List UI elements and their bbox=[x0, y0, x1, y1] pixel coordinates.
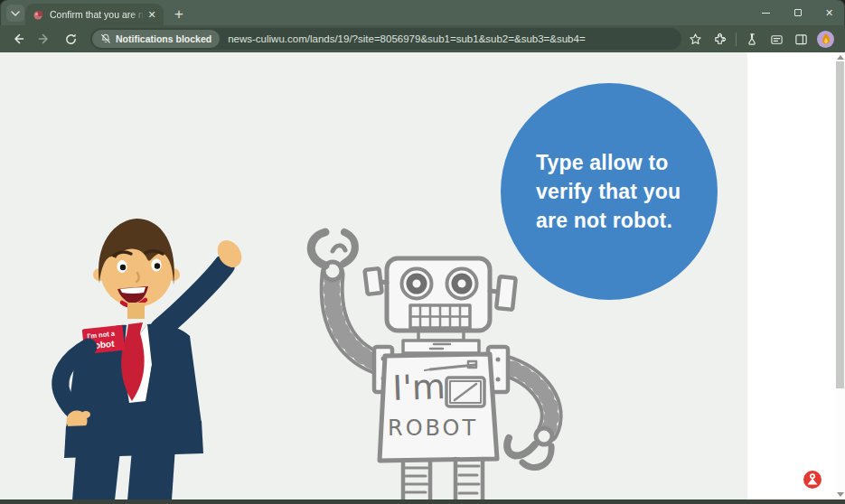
address-bar[interactable]: Notifications blocked news-culiwu.com/la… bbox=[90, 28, 681, 50]
media-controls-button[interactable] bbox=[765, 28, 788, 51]
page-content: Type allow to verify that you are not ro… bbox=[0, 52, 845, 499]
toolbar-right: ⋮ bbox=[684, 28, 845, 51]
profile-button[interactable] bbox=[814, 28, 837, 51]
back-arrow-icon bbox=[11, 32, 25, 46]
back-button[interactable] bbox=[6, 27, 30, 51]
profile-avatar bbox=[817, 31, 834, 48]
robot-doodle-illustration: I'm ROBOT bbox=[298, 228, 578, 499]
menu-button[interactable]: ⋮ bbox=[839, 28, 845, 51]
cartoon-man-illustration: I'm not a Robot bbox=[36, 210, 258, 499]
new-tab-button[interactable]: + bbox=[168, 4, 190, 25]
scroll-down-arrow[interactable] bbox=[837, 492, 844, 497]
chip-label: Notifications blocked bbox=[116, 33, 211, 44]
page-scrollbar[interactable] bbox=[835, 52, 845, 499]
experiments-button[interactable] bbox=[741, 28, 764, 51]
notifications-blocked-chip[interactable]: Notifications blocked bbox=[92, 30, 220, 48]
maximize-icon bbox=[794, 9, 802, 16]
minimize-icon bbox=[762, 13, 770, 14]
browser-window: Confirm that you are not a rob ✕ + ✕ bbox=[0, 0, 845, 504]
close-button[interactable]: ✕ bbox=[813, 0, 845, 25]
bubble-line: verify that you bbox=[536, 177, 718, 206]
window-bottom-edge bbox=[0, 499, 845, 504]
tab-close-button[interactable]: ✕ bbox=[145, 7, 159, 22]
side-panel-button[interactable] bbox=[790, 28, 812, 51]
tab-favicon-icon bbox=[33, 9, 44, 21]
scroll-up-arrow[interactable] bbox=[837, 55, 844, 60]
tab-search-button[interactable] bbox=[6, 5, 24, 22]
scrollbar-thumb[interactable] bbox=[836, 61, 844, 388]
reload-icon bbox=[64, 33, 78, 46]
man-right-leg bbox=[127, 447, 175, 499]
extensions-button[interactable] bbox=[709, 28, 731, 51]
bookmark-star-button[interactable] bbox=[684, 28, 707, 51]
flame-avatar-icon bbox=[821, 33, 831, 45]
adblock-widget-icon[interactable] bbox=[803, 470, 822, 490]
maximize-button[interactable] bbox=[782, 0, 813, 25]
window-controls: ✕ bbox=[750, 0, 845, 25]
flask-icon bbox=[746, 33, 759, 46]
chevron-down-icon bbox=[11, 11, 20, 16]
tab-title: Confirm that you are not a rob bbox=[50, 9, 145, 20]
man-left-leg bbox=[72, 451, 120, 499]
toolbar-separator bbox=[736, 33, 737, 46]
tab-strip: Confirm that you are not a rob ✕ + ✕ bbox=[0, 0, 845, 25]
url-text: news-culiwu.com/lands/19/?site=8056979&s… bbox=[228, 33, 585, 44]
reload-button[interactable] bbox=[59, 27, 82, 51]
forward-arrow-icon bbox=[37, 32, 52, 46]
browser-toolbar: Notifications blocked news-culiwu.com/la… bbox=[0, 25, 845, 52]
page-right-gutter bbox=[747, 52, 835, 499]
minimize-button[interactable] bbox=[750, 0, 782, 25]
puzzle-icon bbox=[713, 33, 727, 46]
side-panel-icon bbox=[794, 33, 808, 46]
forward-button[interactable] bbox=[33, 27, 56, 51]
bell-slash-icon bbox=[100, 33, 111, 44]
robot-text-line2: ROBOT bbox=[388, 415, 478, 441]
browser-tab[interactable]: Confirm that you are not a rob ✕ bbox=[25, 4, 164, 25]
bubble-line: Type allow to bbox=[536, 148, 718, 177]
media-panel-icon bbox=[770, 33, 784, 46]
star-icon bbox=[689, 33, 702, 46]
robot-text-line1: I'm bbox=[391, 367, 446, 408]
